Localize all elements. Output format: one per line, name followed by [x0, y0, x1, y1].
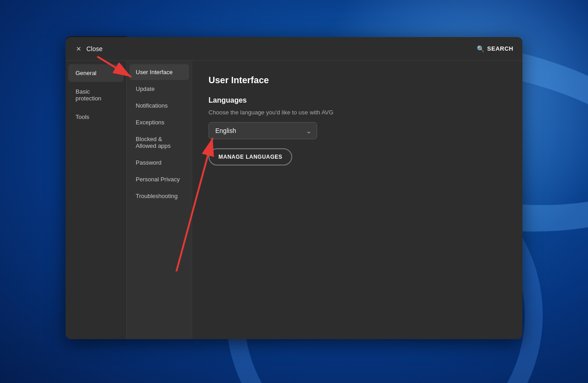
languages-section-title: Languages: [209, 96, 506, 104]
subnav-item-troubleshooting[interactable]: Troubleshooting: [129, 188, 189, 204]
search-icon: 🔍: [477, 45, 484, 52]
middle-nav-panel: User Interface Update Notifications Exce…: [127, 61, 192, 339]
subnav-item-user-interface[interactable]: User Interface: [129, 64, 189, 80]
subnav-item-notifications[interactable]: Notifications: [129, 98, 189, 113]
close-label: Close: [86, 45, 103, 52]
close-x-icon: ✕: [75, 45, 83, 53]
sidebar-item-basic-protection[interactable]: Basic protection: [68, 83, 123, 107]
content-panel: User Interface Languages Choose the lang…: [192, 61, 522, 339]
left-nav-panel: General Basic protection Tools: [66, 61, 127, 339]
desktop: 🛡 AVG Ant Com Prot ↻ YOU'R Last upda !: [0, 0, 588, 383]
language-select[interactable]: English French German Spanish Italian Po…: [209, 122, 317, 139]
language-select-wrapper[interactable]: English French German Spanish Italian Po…: [209, 122, 317, 139]
sidebar-item-general[interactable]: General: [68, 64, 123, 82]
search-button[interactable]: 🔍 SEARCH: [477, 45, 513, 52]
subnav-item-blocked-allowed[interactable]: Blocked & Allowed apps: [129, 131, 189, 154]
subnav-item-exceptions[interactable]: Exceptions: [129, 114, 189, 130]
search-label: SEARCH: [487, 45, 513, 52]
manage-languages-button[interactable]: MANAGE LANGUAGES: [209, 148, 292, 165]
settings-dialog: ✕ Close 🔍 SEARCH General Basic protectio…: [66, 37, 522, 339]
languages-section: Languages Choose the language you'd like…: [209, 96, 506, 165]
dialog-header: ✕ Close 🔍 SEARCH: [66, 37, 522, 61]
sidebar-item-tools[interactable]: Tools: [68, 108, 123, 126]
subnav-item-password[interactable]: Password: [129, 155, 189, 170]
subnav-item-update[interactable]: Update: [129, 81, 189, 97]
dialog-body: General Basic protection Tools User Inte…: [66, 61, 522, 339]
subnav-item-personal-privacy[interactable]: Personal Privacy: [129, 171, 189, 187]
page-title: User Interface: [209, 75, 506, 85]
close-button[interactable]: ✕ Close: [75, 45, 103, 53]
languages-description: Choose the language you'd like to use wi…: [209, 109, 506, 116]
